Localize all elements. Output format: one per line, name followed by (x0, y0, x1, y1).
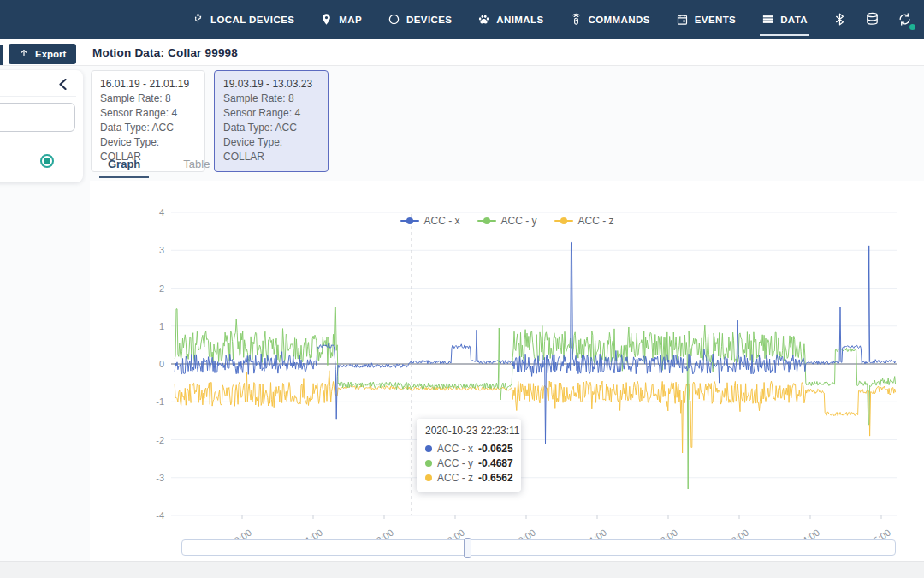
tooltip-label: ACC - z (437, 472, 473, 484)
nav-item-map[interactable]: MAP (320, 0, 362, 39)
y-tick-label: 4 (159, 207, 164, 217)
tab-table[interactable]: Table (175, 152, 218, 178)
chart-panel: 43210-1-2-3-420:0021:0022:0023:0000:0001… (90, 181, 924, 561)
sidebar-filter-input[interactable] (0, 103, 75, 132)
remote-icon (570, 13, 583, 26)
chevron-left-icon (59, 79, 67, 90)
tooltip-value: -0.6562 (478, 472, 513, 484)
slider-handle[interactable] (464, 538, 471, 558)
sidebar-divider (0, 96, 76, 97)
legend-item-acc-x[interactable]: ACC - x (400, 215, 460, 227)
nav-item-label: LOCAL DEVICES (210, 15, 294, 25)
legend-marker-icon (554, 220, 573, 222)
y-tick-label: -1 (156, 396, 164, 407)
tooltip-label: ACC - x (437, 443, 473, 455)
tooltip-value: -0.4687 (478, 457, 513, 469)
nav-item-label: MAP (339, 15, 362, 25)
card-range: 16.01.19 - 21.01.19 (100, 77, 196, 92)
nav-icon-buttons (830, 10, 917, 29)
tooltip-value: -0.0625 (478, 443, 513, 455)
y-tick-label: 3 (159, 245, 164, 255)
paw-icon (477, 13, 490, 26)
legend-label: ACC - y (501, 215, 537, 227)
legend-marker-icon (477, 220, 496, 222)
sync-status-dot (909, 24, 915, 30)
legend-item-acc-z[interactable]: ACC - z (554, 215, 614, 227)
radio-dot (44, 158, 50, 164)
tab-graph[interactable]: Graph (99, 152, 149, 178)
card-sample-rate: Sample Rate: 8 (223, 92, 319, 106)
nav-item-events[interactable]: EVENTS (676, 0, 736, 39)
nav-item-label: EVENTS (695, 15, 736, 25)
view-tabs: Graph Table (99, 152, 218, 178)
database-icon[interactable] (862, 10, 881, 29)
map-pin-icon (320, 13, 333, 26)
nav-item-label: ANIMALS (496, 15, 543, 25)
series-dot-acc-z (425, 474, 432, 481)
export-icon (19, 49, 29, 59)
filter-sidebar (0, 70, 83, 182)
card-sample-rate: Sample Rate: 8 (100, 92, 196, 106)
nav-item-commands[interactable]: COMMANDS (570, 0, 650, 39)
export-label: Export (35, 49, 66, 59)
nav-item-devices[interactable]: DEVICES (388, 0, 452, 39)
nav-item-label: DATA (780, 15, 808, 25)
chart-zoom-slider[interactable] (181, 539, 896, 556)
card-data-type: Data Type: ACC (223, 121, 319, 135)
card-sensor-range: Sensor Range: 4 (223, 106, 319, 121)
nav-item-label: DEVICES (406, 15, 452, 25)
top-navbar: LOCAL DEVICESMAPDEVICESANIMALSCOMMANDSEV… (0, 0, 924, 39)
tooltip-row-acc-z: ACC - z -0.6562 (425, 470, 512, 485)
nav-item-label: COMMANDS (589, 15, 650, 25)
series-dot-acc-x (425, 445, 432, 452)
page-title: Motion Data: Collar 99998 (92, 46, 238, 59)
series-line-acc-z (175, 371, 895, 453)
legend-item-acc-y[interactable]: ACC - y (477, 215, 537, 227)
series-line-acc-x (175, 242, 895, 444)
card-data-type: Data Type: ACC (100, 121, 196, 135)
nav-item-animals[interactable]: ANIMALS (477, 0, 543, 39)
calendar-icon (676, 13, 689, 26)
tooltip-timestamp: 2020-10-23 22:23:11 (425, 425, 512, 437)
nav-item-local-devices[interactable]: LOCAL DEVICES (192, 0, 294, 39)
bluetooth-icon[interactable] (830, 10, 849, 29)
card-range: 19.03.19 - 13.03.23 (223, 77, 319, 92)
series-line-acc-y (175, 307, 895, 489)
y-tick-label: -4 (156, 510, 164, 521)
acc-line-chart[interactable]: 43210-1-2-3-420:0021:0022:0023:0000:0001… (90, 187, 924, 561)
y-tick-label: -3 (156, 473, 164, 483)
y-tick-label: 2 (159, 283, 164, 294)
y-tick-label: -2 (156, 435, 164, 445)
export-button[interactable]: Export (9, 44, 76, 64)
y-tick-label: 1 (159, 321, 164, 331)
legend-label: ACC - x (424, 215, 460, 227)
legend-label: ACC - z (578, 215, 614, 227)
card-sensor-range: Sensor Range: 4 (100, 106, 196, 121)
radio-selected[interactable] (40, 154, 54, 168)
toolbar: Export Motion Data: Collar 99998 (0, 39, 924, 66)
series-dot-acc-y (425, 460, 432, 467)
sidebar-collapse-button[interactable] (56, 77, 69, 91)
chart-tooltip: 2020-10-23 22:23:11 ACC - x -0.0625 ACC … (417, 419, 521, 492)
sync-icon[interactable] (895, 10, 914, 29)
usb-icon (192, 13, 204, 26)
clipped-side-button[interactable] (0, 45, 3, 65)
tooltip-label: ACC - y (437, 457, 473, 469)
nav-item-data[interactable]: DATA (761, 0, 808, 39)
footer-strip (0, 561, 924, 578)
y-tick-label: 0 (159, 359, 164, 369)
nav-items: LOCAL DEVICESMAPDEVICESANIMALSCOMMANDSEV… (192, 0, 808, 39)
card-device-type: Device Type: COLLAR (223, 135, 319, 164)
dataset-card-2[interactable]: 19.03.19 - 13.03.23Sample Rate: 8Sensor … (214, 70, 329, 172)
tooltip-row-acc-y: ACC - y -0.4687 (425, 456, 512, 470)
devices-icon (388, 13, 400, 26)
table-icon (761, 13, 774, 26)
legend-marker-icon (400, 220, 419, 222)
tooltip-row-acc-x: ACC - x -0.0625 (425, 441, 512, 456)
